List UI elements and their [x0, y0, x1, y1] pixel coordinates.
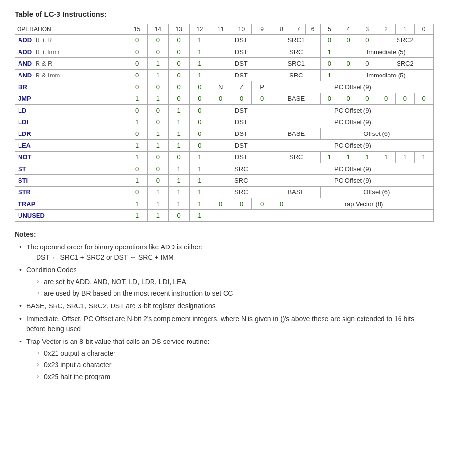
field-cell: 0 — [320, 35, 339, 46]
opcode-bit: 0 — [189, 116, 210, 128]
opcode-bit: 0 — [148, 116, 169, 128]
table-row: LEA1110DSTPC Offset (9) — [15, 140, 434, 152]
field-cell: 0 — [272, 198, 291, 210]
note-item: The operand order for binary operations … — [19, 242, 434, 263]
op-name: BR — [18, 83, 27, 91]
op-name: AND — [18, 60, 32, 67]
opcode-bit: 0 — [148, 105, 169, 116]
opcode-bit: 0 — [127, 105, 148, 116]
bit13: 13 — [169, 24, 190, 35]
op-name: NOT — [18, 153, 31, 161]
field-cell: DST — [210, 35, 272, 46]
field-cell: 0 — [320, 93, 339, 105]
table-row: NOT1001DSTSRC111111 — [15, 152, 434, 163]
note-sub-list: 0x21 output a character0x23 input a char… — [26, 348, 434, 382]
op-cell: STI — [15, 175, 127, 187]
opcode-bit: 1 — [148, 93, 169, 105]
table-row: ADD R + Imm0001DSTSRC1Immediate (5) — [15, 46, 434, 58]
opcode-bit: 0 — [127, 46, 148, 58]
opcode-bit: 1 — [127, 116, 148, 128]
bit10: 10 — [231, 24, 252, 35]
field-cell: PC Offset (9) — [272, 140, 433, 152]
opcode-bit: 0 — [169, 46, 190, 58]
op-name: JMP — [18, 95, 31, 102]
op-cell: BR — [15, 81, 127, 93]
opcode-bit: 1 — [189, 210, 210, 222]
op-cell: AND R & R — [15, 58, 127, 70]
op-cell: AND R & Imm — [15, 70, 127, 81]
opcode-bit: 1 — [169, 116, 190, 128]
table-row: ADD R + R0001DSTSRC1000SRC2 — [15, 35, 434, 46]
note-sub-list: are set by ADD, AND, NOT, LD, LDR, LDI, … — [26, 277, 434, 299]
op-variant: R + Imm — [34, 48, 59, 56]
notes-title: Notes: — [15, 230, 434, 238]
field-cell: 0 — [210, 93, 231, 105]
opcode-bit: 1 — [127, 210, 148, 222]
instruction-table: OPERATION 15 14 13 12 11 10 9 8 7 6 5 4 … — [15, 24, 434, 222]
opcode-bit: 1 — [148, 210, 169, 222]
opcode-bit: 0 — [148, 152, 169, 163]
opcode-bit: 0 — [169, 70, 190, 81]
opcode-bit: 0 — [148, 81, 169, 93]
field-cell: PC Offset (9) — [272, 81, 433, 93]
opcode-bit: 0 — [189, 105, 210, 116]
note-continuation: DST ← SRC1 + SRC2 or DST ← SRC + IMM — [26, 252, 174, 263]
field-cell: 1 — [358, 152, 377, 163]
field-cell: DST — [210, 70, 272, 81]
op-name: LD — [18, 107, 26, 114]
note-sub-item: 0x21 output a character — [36, 348, 434, 359]
notes-list: The operand order for binary operations … — [15, 242, 434, 382]
bit14: 14 — [148, 24, 169, 35]
note-item: Immediate, Offset, PC Offset are N-bit 2… — [19, 314, 434, 334]
note-sub-item: are set by ADD, AND, NOT, LD, LDR, LDI, … — [36, 277, 434, 287]
note-item: Condition Codesare set by ADD, AND, NOT,… — [19, 265, 434, 299]
opcode-bit: 0 — [169, 210, 190, 222]
opcode-bit: 0 — [169, 152, 190, 163]
field-cell: 0 — [339, 93, 358, 105]
opcode-bit: 1 — [148, 128, 169, 140]
opcode-bit: 0 — [169, 93, 190, 105]
field-cell: Immediate (5) — [339, 70, 434, 81]
op-name: STR — [18, 189, 31, 196]
opcode-bit: 0 — [127, 128, 148, 140]
op-variant: R & Imm — [34, 72, 60, 79]
field-cell: SRC1 — [272, 35, 320, 46]
opcode-bit: 0 — [127, 35, 148, 46]
field-cell: DST — [210, 128, 272, 140]
opcode-bit: 1 — [189, 163, 210, 175]
op-cell: LDR — [15, 128, 127, 140]
bit5: 5 — [320, 24, 339, 35]
opcode-bit: 1 — [127, 198, 148, 210]
opcode-bit: 1 — [127, 93, 148, 105]
notes-section: Notes: The operand order for binary oper… — [15, 230, 434, 382]
opcode-bit: 1 — [169, 105, 190, 116]
field-cell: 0 — [252, 93, 272, 105]
opcode-bit: 1 — [189, 70, 210, 81]
opcode-bit: 1 — [189, 187, 210, 198]
op-header: OPERATION — [15, 24, 127, 35]
op-cell: LEA — [15, 140, 127, 152]
opcode-bit: 1 — [169, 128, 190, 140]
field-cell: P — [252, 81, 272, 93]
opcode-bit: 1 — [148, 70, 169, 81]
op-cell: JMP — [15, 93, 127, 105]
opcode-bit: 0 — [169, 81, 190, 93]
field-cell: Trap Vector (8) — [291, 198, 433, 210]
opcode-bit: 0 — [127, 163, 148, 175]
note-item: BASE, SRC, SRC1, SRC2, DST are 3-bit reg… — [19, 301, 434, 311]
field-cell: DST — [210, 46, 272, 58]
opcode-bit: 0 — [189, 81, 210, 93]
bit6: 6 — [305, 24, 320, 35]
opcode-bit: 1 — [148, 140, 169, 152]
op-name: LDR — [18, 130, 31, 137]
field-cell: 0 — [339, 58, 358, 70]
field-cell: BASE — [272, 93, 320, 105]
op-name: ST — [18, 165, 26, 172]
opcode-bit: 1 — [148, 187, 169, 198]
bit0: 0 — [415, 24, 434, 35]
op-name: LEA — [18, 142, 31, 149]
bit11: 11 — [210, 24, 231, 35]
field-cell: 0 — [358, 93, 377, 105]
field-cell: BASE — [272, 128, 320, 140]
field-cell: Immediate (5) — [339, 46, 434, 58]
